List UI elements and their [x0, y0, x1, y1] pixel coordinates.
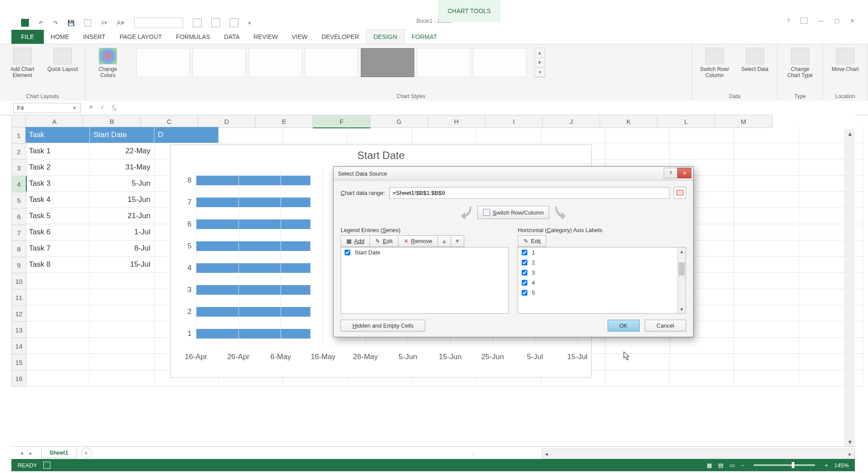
column-header[interactable]: I [485, 115, 543, 128]
ok-button[interactable]: OK [608, 320, 640, 332]
cell[interactable]: 15-Jun [90, 192, 154, 208]
cell[interactable] [670, 127, 734, 143]
row-header[interactable]: 1 [11, 127, 26, 144]
cell[interactable] [670, 370, 734, 386]
select-all-corner[interactable] [11, 115, 26, 128]
column-header[interactable]: H [428, 115, 485, 128]
sheet-tab-sheet1[interactable]: Sheet1 [41, 448, 77, 458]
maximize-icon[interactable]: ▢ [834, 18, 840, 24]
cell[interactable]: Task 7 [25, 240, 90, 257]
tab-insert[interactable]: INSERT [76, 30, 113, 44]
page-layout-view-icon[interactable]: ▤ [718, 462, 723, 469]
cell[interactable] [25, 289, 90, 305]
cell[interactable]: 5-Jun [90, 176, 154, 192]
cell[interactable] [734, 192, 799, 208]
cell[interactable] [25, 273, 90, 289]
vertical-scrollbar[interactable]: ▲ ▼ [845, 129, 855, 447]
series-add-button[interactable]: ▦Add [341, 235, 370, 247]
cell[interactable]: 22-May [90, 143, 154, 159]
column-header[interactable]: D [198, 115, 256, 128]
tab-developer[interactable]: DEVELOPER [314, 30, 366, 44]
column-header[interactable]: M [715, 115, 772, 128]
cell[interactable] [734, 321, 799, 338]
cell[interactable]: 8-Jul [90, 240, 154, 257]
cell[interactable]: Task 5 [25, 208, 90, 224]
category-item[interactable]: 5 [518, 288, 686, 298]
cell[interactable]: 21-Jun [90, 208, 154, 224]
tab-page-layout[interactable]: PAGE LAYOUT [113, 30, 169, 44]
series-item[interactable]: Start Date [341, 247, 509, 258]
cell[interactable]: Task 2 [25, 159, 90, 176]
cell[interactable]: Task 8 [25, 257, 90, 273]
cancel-button[interactable]: Cancel [645, 320, 686, 332]
font-increase-icon[interactable]: A▾ [117, 19, 125, 27]
cancel-formula-icon[interactable]: ✕ [89, 104, 93, 112]
cell[interactable] [734, 176, 799, 192]
dialog-close-icon[interactable]: ✕ [677, 168, 691, 178]
tab-review[interactable]: REVIEW [246, 30, 285, 44]
cell[interactable]: D [154, 127, 219, 143]
cell[interactable] [605, 143, 670, 159]
column-header[interactable]: B [83, 115, 141, 128]
cell[interactable] [25, 354, 90, 370]
cell[interactable] [734, 289, 799, 305]
help-icon[interactable]: ? [787, 18, 790, 24]
redo-icon[interactable]: ↷ [53, 20, 58, 26]
cell[interactable] [734, 257, 799, 273]
column-header[interactable]: F [313, 115, 370, 128]
horizontal-scrollbar[interactable]: ◂▸ [542, 448, 855, 459]
column-header[interactable]: C [141, 115, 198, 128]
switch-row-column-button[interactable]: Switch Row/ Column [698, 48, 731, 78]
category-item[interactable]: 3 [518, 268, 686, 278]
change-colors-button[interactable]: Change Colors [92, 48, 124, 78]
row-header[interactable]: 15 [11, 354, 26, 371]
add-chart-element-button[interactable]: Add Chart Element [6, 48, 39, 78]
qat-icon-2[interactable] [193, 18, 202, 27]
cell[interactable] [734, 305, 799, 321]
cell[interactable]: Task 6 [25, 224, 90, 240]
cell[interactable] [734, 159, 799, 176]
series-edit-button[interactable]: ✎Edit [370, 235, 398, 247]
cell[interactable]: Task 3 [25, 176, 90, 192]
cell[interactable] [605, 370, 670, 386]
change-chart-type-button[interactable]: Change Chart Type [784, 48, 816, 78]
switch-row-column-button[interactable]: Switch Row/Column [477, 206, 549, 219]
column-header[interactable]: J [543, 115, 600, 128]
page-break-view-icon[interactable]: ▭ [729, 462, 735, 469]
close-icon[interactable]: ✕ [850, 18, 855, 24]
row-header[interactable]: 2 [11, 144, 26, 160]
scroll-down-icon[interactable]: ▼ [845, 437, 855, 447]
row-header[interactable]: 7 [11, 225, 26, 241]
scroll-up-icon[interactable]: ▲ [845, 129, 855, 138]
cell[interactable] [734, 143, 799, 159]
cell[interactable] [90, 354, 154, 370]
minimize-icon[interactable]: — [818, 18, 824, 24]
category-checkbox[interactable] [522, 280, 527, 286]
series-listbox[interactable]: Start Date [341, 247, 509, 314]
category-checkbox[interactable] [522, 290, 527, 296]
quick-layout-button[interactable]: Quick Layout [46, 48, 79, 72]
chart-styles-gallery[interactable] [136, 48, 526, 77]
listbox-scrollbar[interactable]: ▲ ▼ [677, 247, 686, 313]
row-header[interactable]: 12 [11, 306, 26, 322]
cell[interactable]: Start Date [90, 127, 154, 143]
row-header[interactable]: 16 [11, 371, 26, 387]
cell[interactable] [25, 370, 90, 386]
tab-home[interactable]: HOME [44, 30, 76, 44]
cell[interactable] [219, 127, 283, 143]
qat-icon[interactable] [84, 19, 91, 26]
series-remove-button[interactable]: ✕Remove [398, 235, 438, 247]
cell[interactable]: Task 4 [25, 192, 90, 208]
cell[interactable] [605, 354, 670, 370]
category-checkbox[interactable] [522, 250, 527, 255]
move-chart-button[interactable]: Move Chart [829, 48, 861, 72]
cell[interactable] [541, 127, 605, 143]
cell[interactable] [734, 224, 799, 240]
cell[interactable] [605, 338, 670, 354]
column-header[interactable]: G [370, 115, 428, 128]
tab-file[interactable]: FILE [11, 30, 44, 44]
cell[interactable] [283, 127, 348, 143]
row-header[interactable]: 14 [11, 338, 26, 354]
cell[interactable] [477, 127, 541, 143]
hidden-empty-cells-button[interactable]: Hidden and Empty Cells [341, 320, 425, 332]
